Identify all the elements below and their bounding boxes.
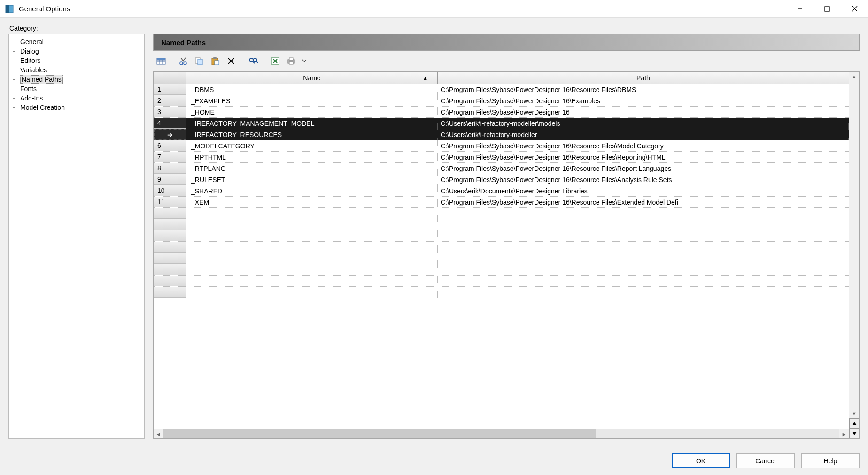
minimize-button[interactable]	[786, 0, 814, 17]
cell-name[interactable]: _EXAMPLES	[186, 95, 438, 106]
cell-path[interactable]: C:\Program Files\Sybase\PowerDesigner 16…	[438, 197, 849, 207]
cell-name[interactable]: _RULESET	[186, 174, 438, 185]
cell-path[interactable]	[438, 208, 849, 219]
table-row-empty[interactable]	[154, 242, 849, 253]
cell-name[interactable]: _RPTHTML	[186, 152, 438, 162]
table-row-empty[interactable]	[154, 264, 849, 276]
row-number[interactable]: 7	[154, 152, 186, 162]
cell-path[interactable]: C:\Program Files\Sybase\PowerDesigner 16…	[438, 152, 849, 162]
row-number[interactable]: 10	[154, 185, 186, 196]
table-row[interactable]: 9_RULESETC:\Program Files\Sybase\PowerDe…	[154, 174, 849, 185]
cell-path[interactable]	[438, 287, 849, 298]
delete-icon[interactable]	[225, 55, 237, 67]
cell-name[interactable]	[186, 230, 438, 241]
cell-name[interactable]: _DBMS	[186, 84, 438, 95]
cell-path[interactable]	[438, 253, 849, 264]
cell-name[interactable]: _SHARED	[186, 185, 438, 196]
cell-path[interactable]: C:\Program Files\Sybase\PowerDesigner 16…	[438, 174, 849, 185]
vertical-scrollbar[interactable]: ▲ ▼	[849, 72, 859, 438]
scroll-right-icon[interactable]: ►	[839, 429, 849, 438]
table-row[interactable]: 7_RPTHTMLC:\Program Files\Sybase\PowerDe…	[154, 152, 849, 163]
tree-item[interactable]: General	[9, 37, 144, 46]
row-number[interactable]: 9	[154, 174, 186, 185]
tree-item[interactable]: Named Paths	[9, 75, 144, 84]
scroll-up-icon[interactable]: ▲	[849, 72, 859, 81]
cell-name[interactable]	[186, 208, 438, 219]
table-row-empty[interactable]	[154, 219, 849, 230]
row-number[interactable]: 3	[154, 107, 186, 117]
table-row[interactable]: 2_EXAMPLESC:\Program Files\Sybase\PowerD…	[154, 95, 849, 107]
category-tree[interactable]: GeneralDialogEditorsVariablesNamed Paths…	[8, 34, 145, 439]
cell-path[interactable]: C:\Program Files\Sybase\PowerDesigner 16	[438, 107, 849, 117]
paste-icon[interactable]	[209, 55, 221, 67]
cell-name[interactable]	[186, 276, 438, 286]
cell-path[interactable]: C:\Program Files\Sybase\PowerDesigner 16…	[438, 140, 849, 151]
row-number[interactable]: 11	[154, 197, 186, 207]
table-row[interactable]: 10_SHAREDC:\Users\erik\Documents\PowerDe…	[154, 185, 849, 197]
table-row[interactable]: ➔_IREFACTORY_RESOURCESC:\Users\erik\i-re…	[154, 129, 849, 140]
table-row[interactable]: 3_HOMEC:\Program Files\Sybase\PowerDesig…	[154, 107, 849, 118]
maximize-button[interactable]	[814, 0, 841, 17]
cell-path[interactable]: C:\Program Files\Sybase\PowerDesigner 16…	[438, 163, 849, 174]
cell-name[interactable]: _IREFACTORY_MANAGEMENT_MODEL	[186, 118, 438, 129]
table-row[interactable]: 1_DBMSC:\Program Files\Sybase\PowerDesig…	[154, 84, 849, 95]
row-number[interactable]: 4	[154, 118, 186, 129]
row-number[interactable]: 8	[154, 163, 186, 174]
row-number[interactable]: 6	[154, 140, 186, 151]
cell-path[interactable]: C:\Program Files\Sybase\PowerDesigner 16…	[438, 95, 849, 106]
close-button[interactable]	[841, 0, 868, 17]
cell-path[interactable]	[438, 230, 849, 241]
cell-path[interactable]	[438, 264, 849, 275]
cell-path[interactable]	[438, 276, 849, 286]
scroll-thumb[interactable]	[163, 429, 596, 438]
cell-name[interactable]	[186, 219, 438, 230]
table-row[interactable]: 11_XEMC:\Program Files\Sybase\PowerDesig…	[154, 197, 849, 208]
table-row-empty[interactable]	[154, 276, 849, 287]
cancel-button[interactable]: Cancel	[736, 453, 795, 468]
print-icon[interactable]	[285, 55, 297, 67]
cell-path[interactable]: C:\Users\erik\i-refactory-modeller\model…	[438, 118, 849, 129]
copy-icon[interactable]	[193, 55, 205, 67]
dropdown-arrow-icon[interactable]	[301, 55, 308, 67]
scroll-down-icon[interactable]: ▼	[849, 409, 859, 418]
ok-button[interactable]: OK	[672, 453, 730, 468]
table-row-empty[interactable]	[154, 287, 849, 298]
excel-icon[interactable]	[269, 55, 281, 67]
tree-item[interactable]: Model Creation	[9, 103, 144, 112]
cell-name[interactable]	[186, 264, 438, 275]
find-icon[interactable]	[247, 55, 259, 67]
grid-header-path[interactable]: Path	[438, 72, 849, 84]
cell-name[interactable]	[186, 242, 438, 253]
scroll-left-icon[interactable]: ◄	[154, 429, 163, 438]
grid-header-rownum[interactable]	[154, 72, 186, 84]
table-row[interactable]: 4_IREFACTORY_MANAGEMENT_MODELC:\Users\er…	[154, 118, 849, 129]
cell-path[interactable]	[438, 242, 849, 253]
cell-name[interactable]: _HOME	[186, 107, 438, 117]
tree-item[interactable]: Dialog	[9, 46, 144, 56]
tree-item[interactable]: Variables	[9, 65, 144, 75]
scroll-track[interactable]	[163, 429, 839, 438]
cell-name[interactable]: _IREFACTORY_RESOURCES	[186, 129, 438, 140]
cell-name[interactable]: _MODELCATEGORY	[186, 140, 438, 151]
move-up-button[interactable]	[849, 418, 859, 429]
cell-name[interactable]: _XEM	[186, 197, 438, 207]
row-number[interactable]: 2	[154, 95, 186, 106]
row-number[interactable]: ➔	[154, 129, 186, 140]
row-number[interactable]: 1	[154, 84, 186, 95]
table-row[interactable]: 6_MODELCATEGORYC:\Program Files\Sybase\P…	[154, 140, 849, 152]
move-down-button[interactable]	[849, 428, 859, 438]
cell-name[interactable]	[186, 287, 438, 298]
grid-icon[interactable]	[155, 55, 167, 67]
table-row[interactable]: 8_RTPLANGC:\Program Files\Sybase\PowerDe…	[154, 163, 849, 174]
tree-item[interactable]: Editors	[9, 56, 144, 65]
table-row-empty[interactable]	[154, 230, 849, 242]
cell-name[interactable]: _RTPLANG	[186, 163, 438, 174]
help-button[interactable]: Help	[801, 453, 860, 468]
grid-body[interactable]: 1_DBMSC:\Program Files\Sybase\PowerDesig…	[154, 84, 849, 429]
cell-path[interactable]: C:\Users\erik\i-refactory-modeller	[438, 129, 849, 140]
table-row-empty[interactable]	[154, 208, 849, 219]
table-row-empty[interactable]	[154, 253, 849, 264]
horizontal-scrollbar[interactable]: ◄ ►	[154, 429, 849, 438]
tree-item[interactable]: Fonts	[9, 84, 144, 93]
cell-path[interactable]: C:\Users\erik\Documents\PowerDesigner Li…	[438, 185, 849, 196]
